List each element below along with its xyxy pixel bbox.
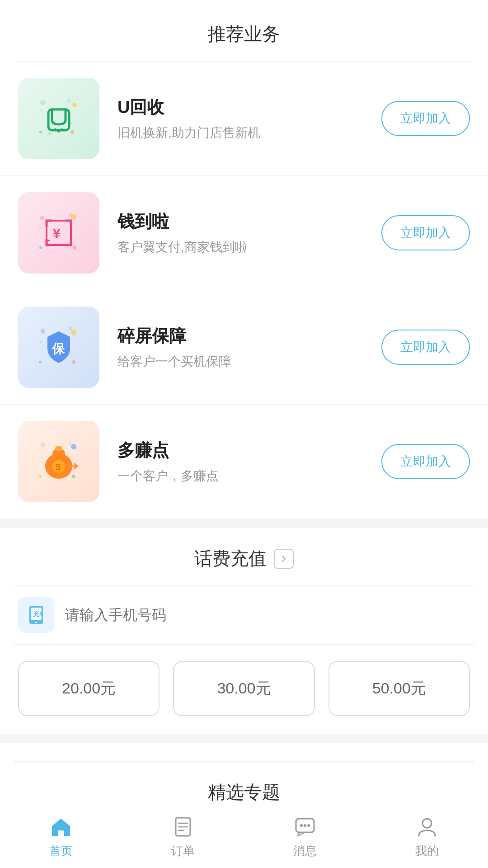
service-item-screen-protect: × × + 保 碎屏保障 给客户一个买机保障 立即加入 <box>0 290 488 405</box>
svg-point-40 <box>35 622 37 623</box>
svg-point-11 <box>73 246 76 250</box>
svg-text:$: $ <box>56 462 61 472</box>
svg-point-34 <box>55 446 62 451</box>
svg-text:充¥: 充¥ <box>33 610 43 618</box>
service-name-earn-more: 多赚点 <box>117 439 363 462</box>
service-icon-screen-protect: × × + 保 <box>18 307 99 388</box>
service-info-earn-more: 多赚点 一个客户，多赚点 <box>99 439 381 485</box>
amount-btn-20[interactable]: 20.00元 <box>18 661 160 716</box>
message-icon <box>292 814 318 840</box>
nav-item-profile[interactable]: 我的 <box>366 814 488 859</box>
svg-point-2 <box>70 130 74 134</box>
svg-text:×: × <box>68 211 73 220</box>
featured-title: 精选专题 <box>208 782 280 802</box>
nav-item-order[interactable]: 订单 <box>122 814 244 859</box>
recharge-header: 话费充值 <box>0 528 488 585</box>
recharge-section: 话费充值 充¥ 20.00元 3 <box>0 528 488 734</box>
page-title: 推荐业务 <box>0 0 488 61</box>
svg-point-20 <box>72 360 75 364</box>
service-info-money-arrive: 钱到啦 客户翼支付,商家钱到啦 <box>99 210 381 256</box>
svg-rect-41 <box>58 830 64 836</box>
recharge-more-btn[interactable] <box>274 549 294 569</box>
svg-point-21 <box>39 361 42 363</box>
service-name-u-recycling: U回收 <box>117 96 363 119</box>
service-desc-earn-more: 一个客户，多赚点 <box>117 467 363 485</box>
svg-point-26 <box>41 443 45 447</box>
svg-text:+: + <box>70 119 74 127</box>
join-btn-u-recycling[interactable]: 立即加入 <box>381 101 470 136</box>
svg-point-9 <box>40 216 44 220</box>
svg-point-1 <box>72 103 77 107</box>
svg-point-50 <box>422 819 432 828</box>
join-btn-earn-more[interactable]: 立即加入 <box>381 444 470 479</box>
service-desc-screen-protect: 给客户一个买机保障 <box>117 353 363 370</box>
service-name-money-arrive: 钱到啦 <box>117 210 363 233</box>
earn-more-icon: + + $ <box>34 437 84 486</box>
amount-options: 20.00元 30.00元 50.00元 <box>0 645 488 734</box>
svg-point-12 <box>39 246 42 249</box>
svg-text:×: × <box>39 107 43 114</box>
profile-icon <box>414 814 440 840</box>
service-icon-u-recycling: × × + + <box>18 78 99 159</box>
svg-text:×: × <box>38 224 42 231</box>
u-recycling-icon: × × + + <box>34 94 84 143</box>
svg-point-48 <box>304 824 306 827</box>
amount-btn-50[interactable]: 50.00元 <box>328 661 470 716</box>
section-separator-2 <box>0 734 488 743</box>
svg-text:+: + <box>39 453 43 461</box>
svg-text:×: × <box>66 96 71 105</box>
money-arrive-icon: × × + ¥ <box>34 208 84 258</box>
svg-text:¥: ¥ <box>53 226 61 241</box>
svg-text:+: + <box>68 439 73 448</box>
service-icon-money-arrive: × × + ¥ <box>18 192 99 274</box>
service-desc-u-recycling: 旧机换新,助力门店售新机 <box>117 124 363 142</box>
svg-text:×: × <box>68 324 73 333</box>
service-info-screen-protect: 碎屏保障 给客户一个买机保障 <box>99 325 381 370</box>
section-separator-1 <box>0 519 488 528</box>
recharge-title: 话费充值 <box>194 546 267 571</box>
nav-item-message[interactable]: 消息 <box>244 814 366 859</box>
svg-text:保: 保 <box>52 342 65 356</box>
main-content: 推荐业务 × × + + <box>0 0 488 868</box>
svg-point-47 <box>300 824 303 827</box>
svg-point-3 <box>39 131 42 133</box>
svg-point-28 <box>72 475 75 478</box>
screen-protect-icon: × × + 保 <box>34 322 84 372</box>
nav-label-profile: 我的 <box>415 843 439 859</box>
service-desc-money-arrive: 客户翼支付,商家钱到啦 <box>117 239 363 256</box>
phone-input[interactable] <box>65 607 470 623</box>
svg-point-18 <box>41 329 45 334</box>
svg-point-29 <box>39 475 42 478</box>
amount-btn-30[interactable]: 30.00元 <box>173 661 314 716</box>
service-item-earn-more: + + $ 多赚点 一个客户，多赚点 <box>0 405 488 519</box>
bottom-nav: 首页 订单 消息 <box>0 805 488 868</box>
order-icon <box>170 814 196 840</box>
phone-input-row: 充¥ <box>0 586 488 644</box>
svg-point-0 <box>40 100 46 105</box>
nav-label-message: 消息 <box>293 843 317 859</box>
nav-item-home[interactable]: 首页 <box>0 814 122 859</box>
service-list: × × + + U回收 旧机换新,助力门店售新机 立即加入 <box>0 61 488 519</box>
home-icon <box>48 814 74 840</box>
phone-recharge-icon: 充¥ <box>25 604 47 626</box>
service-name-screen-protect: 碎屏保障 <box>117 325 363 348</box>
service-icon-earn-more: + + $ <box>18 421 99 502</box>
nav-label-home: 首页 <box>49 843 73 859</box>
service-item-money-arrive: × × + ¥ 钱到啦 客户翼支付,商家钱 <box>0 176 488 290</box>
service-item-u-recycling: × × + + U回收 旧机换新,助力门店售新机 立即加入 <box>0 61 488 176</box>
join-btn-money-arrive[interactable]: 立即加入 <box>381 215 470 250</box>
svg-point-49 <box>307 824 310 827</box>
join-btn-screen-protect[interactable]: 立即加入 <box>381 330 470 365</box>
phone-recharge-icon-wrap: 充¥ <box>18 597 54 633</box>
svg-text:×: × <box>39 338 43 345</box>
service-info-u-recycling: U回收 旧机换新,助力门店售新机 <box>99 96 381 142</box>
nav-label-order: 订单 <box>171 843 195 859</box>
